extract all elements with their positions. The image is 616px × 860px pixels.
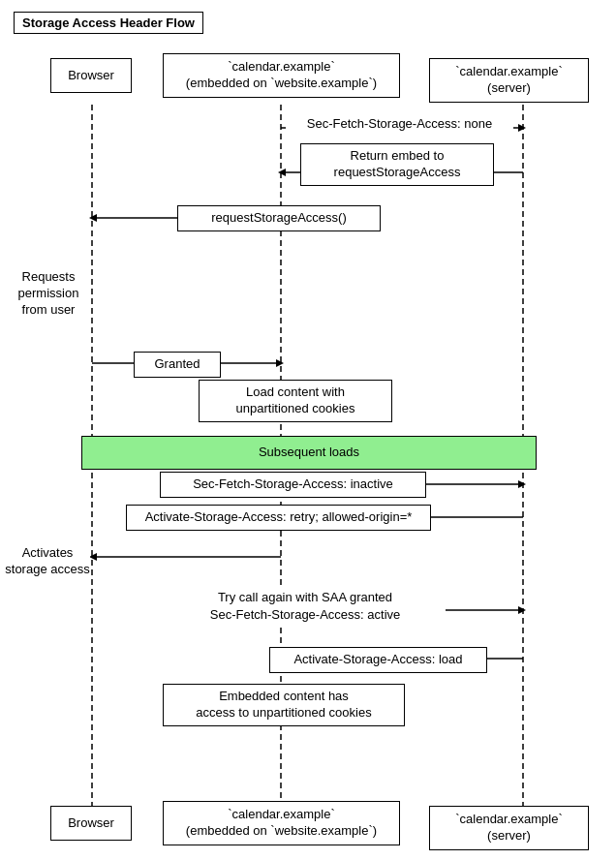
diagram-title: Storage Access Header Flow [14, 12, 203, 34]
subsequent-loads-box: Subsequent loads [81, 436, 537, 470]
svg-marker-4 [518, 124, 526, 132]
requests-permission-label: Requests permissionfrom user [10, 269, 87, 319]
embedded-content-box: Embedded content hasaccess to unpartitio… [163, 684, 405, 726]
svg-marker-10 [276, 359, 284, 367]
browser-top-box: Browser [50, 58, 132, 93]
activate-retry-box: Activate-Storage-Access: retry; allowed-… [126, 505, 431, 531]
granted-box: Granted [134, 352, 221, 378]
request-storage-access-box: requestStorageAccess() [177, 205, 381, 231]
svg-marker-6 [278, 169, 286, 176]
activate-load-box: Activate-Storage-Access: load [269, 647, 487, 673]
svg-marker-18 [518, 606, 526, 614]
diagram-container: Storage Access Header Flow Browser `cale… [0, 0, 616, 860]
activates-storage-label: Activates storage access [5, 545, 90, 578]
calendar-embed-top-box: `calendar.example`(embedded on `website.… [163, 53, 400, 98]
browser-bottom-box: Browser [50, 806, 132, 841]
svg-marker-16 [89, 553, 97, 561]
try-call-again-label: Try call again with SAA grantedSec-Fetch… [165, 589, 446, 624]
sec-fetch-none-label: Sec-Fetch-Storage-Access: none [286, 116, 513, 131]
sec-fetch-inactive-box: Sec-Fetch-Storage-Access: inactive [160, 472, 426, 498]
calendar-embed-bottom-box: `calendar.example`(embedded on `website.… [163, 801, 400, 845]
svg-marker-12 [518, 480, 526, 488]
svg-marker-8 [89, 214, 97, 222]
calendar-server-bottom-box: `calendar.example`(server) [429, 806, 589, 850]
return-embed-box: Return embed torequestStorageAccess [300, 143, 494, 186]
load-content-box: Load content withunpartitioned cookies [199, 380, 392, 422]
calendar-server-top-box: `calendar.example`(server) [429, 58, 589, 103]
